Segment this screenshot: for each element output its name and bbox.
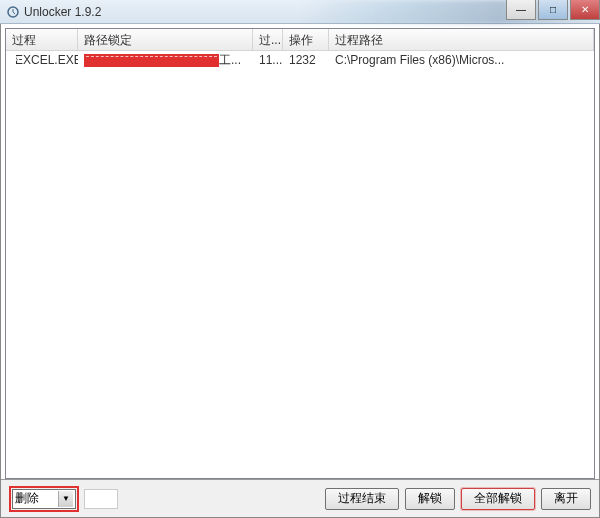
- maximize-button[interactable]: □: [538, 0, 568, 20]
- header-path-lock[interactable]: 路径锁定: [78, 29, 253, 50]
- redacted-path: [84, 54, 219, 67]
- unlocker-window: Unlocker 1.9.2 — □ ✕ 过程 路径锁定 过... 操作 过程路…: [0, 0, 600, 518]
- table-row[interactable]: EXCEL.EXE 工... 11... 1232 C:\Program Fil…: [6, 51, 594, 69]
- end-process-button[interactable]: 过程结束: [325, 488, 399, 510]
- action-select-highlight: 删除 ▼: [9, 486, 79, 512]
- cell-proc-path: C:\Program Files (x86)\Micros...: [329, 52, 594, 68]
- path-lock-suffix: 工...: [219, 52, 241, 69]
- unlock-all-button[interactable]: 全部解锁: [461, 488, 535, 510]
- content-area: 过程 路径锁定 过... 操作 过程路径 EXCEL.EXE 工... 11..…: [0, 24, 600, 518]
- cell-action: 1232: [283, 52, 329, 68]
- window-controls: — □ ✕: [506, 0, 600, 20]
- titlebar[interactable]: Unlocker 1.9.2 — □ ✕: [0, 0, 600, 24]
- chevron-down-icon: ▼: [58, 491, 73, 507]
- rows-container: EXCEL.EXE 工... 11... 1232 C:\Program Fil…: [6, 51, 594, 478]
- leave-button[interactable]: 离开: [541, 488, 591, 510]
- spacer-field: [84, 489, 118, 509]
- header-pid[interactable]: 过...: [253, 29, 283, 50]
- cell-path-lock: 工...: [78, 51, 253, 70]
- close-button[interactable]: ✕: [570, 0, 600, 20]
- column-headers: 过程 路径锁定 过... 操作 过程路径: [6, 29, 594, 51]
- minimize-button[interactable]: —: [506, 0, 536, 20]
- window-title: Unlocker 1.9.2: [24, 5, 101, 19]
- action-select[interactable]: 删除 ▼: [12, 489, 76, 509]
- unlock-button[interactable]: 解锁: [405, 488, 455, 510]
- header-action[interactable]: 操作: [283, 29, 329, 50]
- process-list[interactable]: 过程 路径锁定 过... 操作 过程路径 EXCEL.EXE 工... 11..…: [5, 28, 595, 479]
- action-selected-label: 删除: [15, 490, 39, 507]
- process-name: EXCEL.EXE: [15, 53, 78, 67]
- app-icon: [6, 5, 20, 19]
- cell-process: EXCEL.EXE: [6, 52, 78, 68]
- header-proc-path[interactable]: 过程路径: [329, 29, 594, 50]
- bottom-bar: 删除 ▼ 过程结束 解锁 全部解锁 离开: [1, 479, 599, 517]
- header-process[interactable]: 过程: [6, 29, 78, 50]
- right-buttons: 过程结束 解锁 全部解锁 离开: [325, 488, 591, 510]
- cell-pid: 11...: [253, 52, 283, 68]
